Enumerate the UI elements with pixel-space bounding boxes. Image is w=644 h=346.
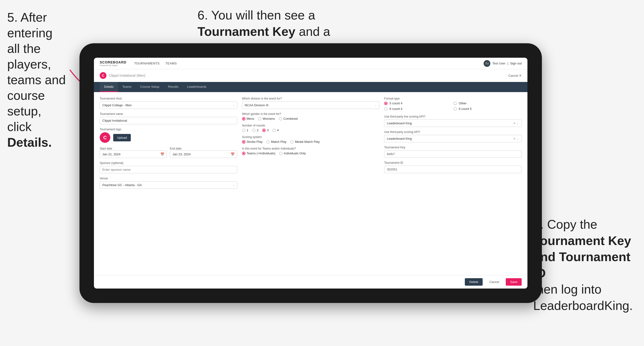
radio-rounds-1-label: 1	[246, 128, 248, 132]
scoring-match[interactable]: Match Play	[266, 140, 286, 144]
third-party-2-label: Use third-party scoring API?	[384, 130, 522, 134]
scoring-medal[interactable]: Medal Match Play	[290, 140, 320, 144]
venue-input[interactable]: Peachtree GC - Atlanta - GA ⌄	[100, 181, 237, 189]
format-other[interactable]: Other	[454, 101, 522, 105]
gender-combined[interactable]: Combined	[279, 117, 298, 121]
gender-womens[interactable]: Womens	[258, 117, 275, 121]
third-party-2-select[interactable]: Leaderboard King ✕ ⌄	[384, 135, 522, 142]
radio-teams-circle	[242, 152, 246, 155]
annotation-bottom-right-line1: 7. Copy the	[533, 217, 597, 231]
format-6count4[interactable]: 6 count 4	[384, 107, 452, 111]
tournament-name-value: Clippd Invitational	[102, 119, 127, 122]
tabs-bar: Details Teams Course Setup Results Leade…	[94, 82, 528, 92]
radio-5count4-circle	[384, 102, 388, 105]
annotation-left-line4: course setup,	[7, 88, 45, 118]
tab-teams[interactable]: Teams	[118, 82, 136, 92]
tournament-host-input[interactable]: Clippd College - Men ⌄	[100, 101, 237, 109]
format-group: Format type 5 count 4 Other 6 count 4	[384, 97, 522, 112]
annotation-left: 5. After entering all the players, teams…	[7, 10, 77, 150]
radio-stroke-label: Stroke Play	[246, 140, 262, 144]
annotation-top-right-line1: 6. You will then see a	[198, 8, 315, 22]
start-date-label: Start date	[100, 147, 112, 150]
cancel-form-button[interactable]: Cancel	[485, 278, 503, 286]
calendar-icon-end: 📅	[231, 153, 234, 156]
sponsor-input[interactable]	[100, 166, 237, 173]
annotation-bottom-right-line3: then log into	[533, 282, 601, 296]
clear-icon-1: ✕	[513, 122, 516, 125]
cancel-button[interactable]: Cancel ✕	[508, 74, 522, 77]
select-icons-1: ✕ ⌄	[513, 122, 519, 125]
annotation-bottom-right-bold2: and Tournament ID	[533, 250, 630, 280]
end-date-label: End date	[170, 147, 181, 150]
user-avatar: TU	[484, 60, 490, 67]
tab-results[interactable]: Results	[164, 82, 183, 92]
radio-medal-circle	[290, 140, 294, 144]
third-party-1-group: Use third-party live scoring API? Leader…	[384, 115, 522, 127]
tablet-screen: SCOREBOARD Powered by clippd TOURNAMENTS…	[94, 58, 528, 289]
radio-teams-label: Teams (+Individuals)	[246, 152, 276, 155]
radio-6count5-label: 6 count 5	[459, 107, 472, 111]
teams-plus-individuals[interactable]: Teams (+Individuals)	[242, 152, 276, 155]
form-area: Tournament Host Clippd College - Men ⌄ T…	[94, 92, 528, 193]
clear-icon-2: ✕	[513, 137, 516, 140]
division-input[interactable]: NCAA Division III ⌄	[242, 101, 380, 109]
radio-rounds-2-circle	[252, 129, 256, 132]
save-button[interactable]: Save	[506, 278, 522, 286]
radio-other-circle	[454, 102, 457, 105]
tournament-name-group: Tournament name Clippd Invitational	[100, 112, 237, 124]
rounds-4[interactable]: 4	[272, 128, 279, 132]
scoring-stroke[interactable]: Stroke Play	[242, 140, 262, 144]
tournament-title-row: C Clippd Invitational (Men)	[100, 72, 146, 79]
annotation-left-line3: teams and	[7, 73, 66, 87]
radio-rounds-1-circle	[242, 129, 246, 132]
end-date-input[interactable]: Jan 23, 2024 📅	[170, 151, 237, 158]
tab-details[interactable]: Details	[100, 82, 118, 92]
venue-label: Venue	[100, 177, 237, 180]
individuals-only[interactable]: Individuals Only	[279, 152, 306, 155]
form-col-1: Tournament Host Clippd College - Men ⌄ T…	[100, 97, 237, 189]
rounds-1[interactable]: 1	[242, 128, 248, 132]
delete-button[interactable]: Delete	[465, 278, 483, 286]
sponsor-group: Sponsor (optional)	[100, 161, 237, 173]
tournament-key-label: Tournament Key	[384, 146, 522, 149]
teams-group: Is this event for Teams and/or Individua…	[242, 147, 380, 155]
annotation-left-line2: all the players,	[7, 42, 51, 71]
tournament-name-input[interactable]: Clippd Invitational	[100, 117, 237, 124]
annotation-bottom-right: 7. Copy the Tournament Key and Tournamen…	[533, 216, 637, 314]
tournament-name-label: Tournament name	[100, 112, 237, 116]
radio-other-label: Other	[459, 101, 467, 105]
third-party-1-select[interactable]: Leaderboard King ✕ ⌄	[384, 120, 522, 127]
rounds-3[interactable]: 3	[262, 128, 268, 132]
radio-combined-circle	[279, 117, 282, 121]
radio-match-circle	[266, 140, 270, 144]
radio-womens-circle	[258, 117, 261, 121]
bottom-actions: Delete Cancel Save	[94, 275, 528, 289]
rounds-label: Number of rounds	[242, 124, 380, 127]
scoring-radio-group: Stroke Play Match Play Medal Match Play	[242, 140, 380, 144]
teams-radio-group: Teams (+Individuals) Individuals Only	[242, 152, 380, 155]
third-party-2-value: Leaderboard King	[387, 137, 412, 140]
tab-leaderboards[interactable]: Leaderboards	[183, 82, 211, 92]
user-label: Test User	[492, 62, 506, 65]
signout-link[interactable]: Sign out	[510, 62, 522, 65]
tab-course-setup[interactable]: Course Setup	[136, 82, 164, 92]
upload-button[interactable]: Upload	[113, 134, 131, 141]
nav-teams[interactable]: TEAMS	[166, 61, 177, 66]
format-5count4[interactable]: 5 count 4	[384, 101, 452, 105]
tournament-logo-label: Tournament logo	[100, 128, 237, 131]
radio-6count5-circle	[454, 107, 457, 111]
radio-rounds-2-label: 2	[257, 128, 258, 132]
select-icons-2: ✕ ⌄	[513, 137, 519, 140]
format-6count5[interactable]: 6 count 5	[454, 107, 522, 111]
nav-tournaments[interactable]: TOURNAMENTS	[134, 61, 160, 66]
form-spacer	[94, 193, 528, 275]
tournament-key-group: Tournament Key 6efb7	[384, 146, 522, 158]
rounds-2[interactable]: 2	[252, 128, 258, 132]
start-date-input[interactable]: Jan 21, 2024 📅	[100, 151, 167, 158]
radio-combined-label: Combined	[284, 117, 298, 121]
scoring-group: Scoring system Stroke Play Match Play	[242, 135, 380, 144]
logo-area: C Upload	[100, 132, 237, 143]
gender-mens[interactable]: Mens	[242, 117, 254, 121]
tournament-id-label: Tournament ID	[384, 161, 522, 165]
start-date-group: Start date Jan 21, 2024 📅	[100, 146, 167, 158]
